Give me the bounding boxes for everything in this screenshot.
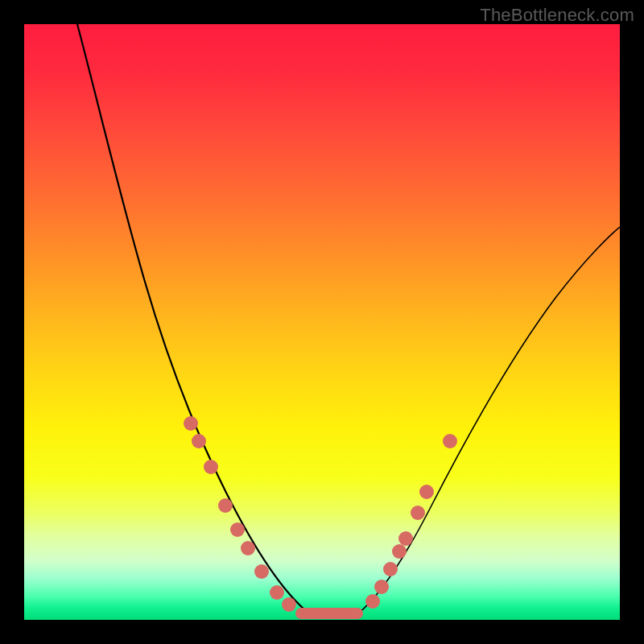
plot-area <box>24 24 620 620</box>
bead <box>443 434 457 448</box>
bead <box>192 434 206 448</box>
bead <box>270 585 284 600</box>
bead <box>282 597 296 612</box>
bead <box>365 594 380 609</box>
bead <box>184 416 198 431</box>
chart-frame: TheBottleneck.com <box>0 0 644 644</box>
bead <box>230 522 245 537</box>
bead <box>411 506 425 520</box>
bead <box>398 531 413 546</box>
bead <box>383 562 398 576</box>
bead <box>218 498 233 513</box>
left-curve <box>77 24 310 614</box>
bead <box>392 544 407 559</box>
curves-layer <box>24 24 620 620</box>
bead <box>204 460 218 474</box>
bead <box>374 580 389 594</box>
bead <box>254 564 269 579</box>
bead <box>241 541 255 555</box>
bead <box>419 485 434 499</box>
watermark-text: TheBottleneck.com <box>480 5 634 26</box>
right-beads <box>365 434 457 609</box>
